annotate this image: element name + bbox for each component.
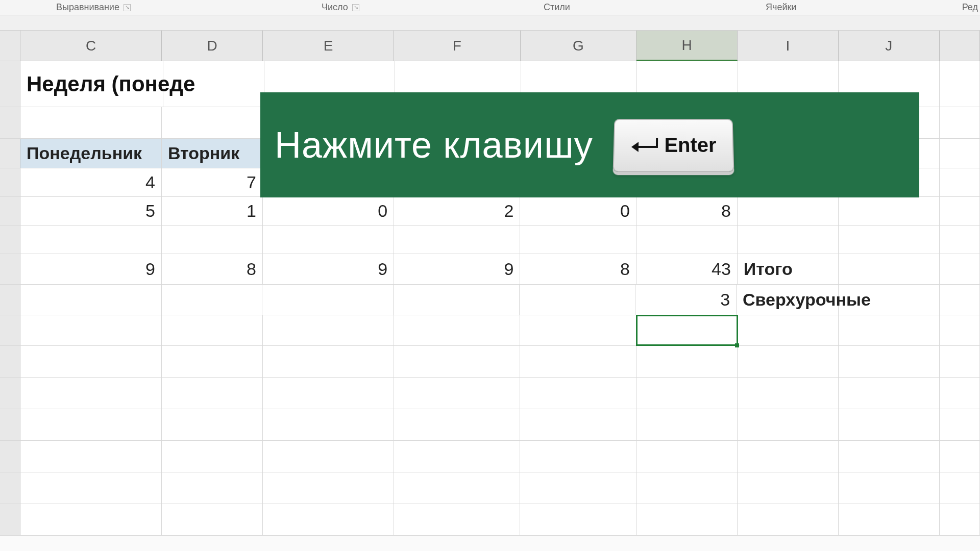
cell[interactable]: [940, 254, 980, 284]
cell[interactable]: [520, 441, 636, 472]
row-header[interactable]: [0, 107, 20, 138]
cell[interactable]: [940, 285, 980, 315]
cell[interactable]: [394, 504, 520, 535]
cell[interactable]: 9: [20, 254, 162, 284]
cell[interactable]: [163, 61, 264, 107]
cell[interactable]: [839, 409, 940, 440]
cell[interactable]: [520, 346, 636, 377]
row-header[interactable]: [0, 139, 20, 168]
cell[interactable]: [839, 472, 940, 504]
cell[interactable]: [262, 285, 394, 315]
cell[interactable]: [940, 346, 980, 377]
cell[interactable]: [636, 226, 738, 254]
row-header[interactable]: [0, 61, 20, 107]
cell[interactable]: [162, 226, 263, 254]
cell[interactable]: [636, 378, 738, 409]
dialog-launcher-icon[interactable]: ↘: [124, 4, 131, 11]
cell-total[interactable]: 43: [636, 254, 738, 284]
cell[interactable]: [520, 409, 636, 440]
cell[interactable]: [20, 315, 162, 345]
cell[interactable]: [20, 504, 162, 535]
col-header-F[interactable]: F: [394, 31, 520, 61]
cell[interactable]: [520, 226, 636, 254]
cell[interactable]: [839, 254, 940, 284]
cell[interactable]: [738, 441, 839, 472]
cell[interactable]: [394, 346, 520, 377]
row-header[interactable]: [0, 226, 20, 254]
cell[interactable]: [738, 409, 839, 440]
cell[interactable]: [20, 378, 162, 409]
cell[interactable]: [162, 378, 263, 409]
cell[interactable]: [394, 472, 520, 504]
cell[interactable]: 5: [20, 197, 162, 225]
row-header[interactable]: [0, 197, 20, 225]
cell[interactable]: [738, 315, 839, 345]
cell[interactable]: 9: [263, 254, 394, 284]
cell[interactable]: [20, 346, 162, 377]
hdr-mon[interactable]: Понедельник: [20, 139, 162, 168]
row-header[interactable]: [0, 409, 20, 440]
cell[interactable]: [940, 441, 980, 472]
cell[interactable]: [839, 226, 940, 254]
cell[interactable]: 2: [394, 197, 520, 225]
totals-label[interactable]: Итого: [738, 254, 839, 284]
cell[interactable]: [263, 226, 394, 254]
cell[interactable]: [20, 441, 162, 472]
row-header[interactable]: [0, 285, 20, 315]
cell[interactable]: 0: [263, 197, 394, 225]
row-header[interactable]: [0, 378, 20, 409]
cell[interactable]: [162, 346, 263, 377]
cell[interactable]: [940, 315, 980, 345]
cell[interactable]: 4: [20, 168, 162, 196]
cell[interactable]: [162, 504, 263, 535]
cell[interactable]: [839, 441, 940, 472]
cell[interactable]: [738, 226, 839, 254]
cell[interactable]: [263, 472, 394, 504]
cell[interactable]: [636, 472, 738, 504]
cell[interactable]: [394, 315, 520, 345]
cell[interactable]: 1: [162, 197, 263, 225]
title-cell[interactable]: Неделя (понеде: [20, 61, 163, 107]
cell[interactable]: [738, 378, 839, 409]
cell[interactable]: [839, 197, 940, 225]
cell[interactable]: [263, 315, 394, 345]
cell[interactable]: [394, 285, 520, 315]
cell[interactable]: [940, 107, 980, 138]
cell[interactable]: [738, 504, 839, 535]
cell[interactable]: [940, 197, 980, 225]
cell[interactable]: [20, 285, 162, 315]
cell[interactable]: [839, 285, 940, 315]
fill-handle[interactable]: [735, 343, 739, 347]
active-cell[interactable]: [636, 315, 738, 345]
cell[interactable]: [520, 378, 636, 409]
cell[interactable]: 0: [520, 197, 636, 225]
cell[interactable]: [20, 472, 162, 504]
cell[interactable]: [162, 472, 263, 504]
cell[interactable]: [394, 441, 520, 472]
row-header[interactable]: [0, 441, 20, 472]
cell[interactable]: [520, 315, 636, 345]
col-header-rest[interactable]: [940, 31, 980, 61]
dialog-launcher-icon[interactable]: ↘: [352, 4, 359, 11]
cell[interactable]: [20, 107, 162, 138]
cell[interactable]: [636, 346, 738, 377]
col-header-I[interactable]: I: [738, 31, 839, 61]
cell[interactable]: [839, 346, 940, 377]
col-header-C[interactable]: C: [20, 31, 162, 61]
corner-cell[interactable]: [0, 31, 20, 61]
cell[interactable]: [394, 409, 520, 440]
cell[interactable]: [263, 409, 394, 440]
cell[interactable]: [20, 409, 162, 440]
row-header[interactable]: [0, 315, 20, 345]
cell[interactable]: [940, 226, 980, 254]
cell[interactable]: [263, 504, 394, 535]
cell[interactable]: [162, 441, 263, 472]
cell[interactable]: [940, 504, 980, 535]
cell[interactable]: [162, 409, 263, 440]
cell[interactable]: [636, 409, 738, 440]
cell[interactable]: [839, 378, 940, 409]
cell[interactable]: [940, 378, 980, 409]
cell[interactable]: [162, 107, 263, 138]
cell[interactable]: [839, 315, 940, 345]
cell-overtime[interactable]: 3: [635, 285, 737, 315]
